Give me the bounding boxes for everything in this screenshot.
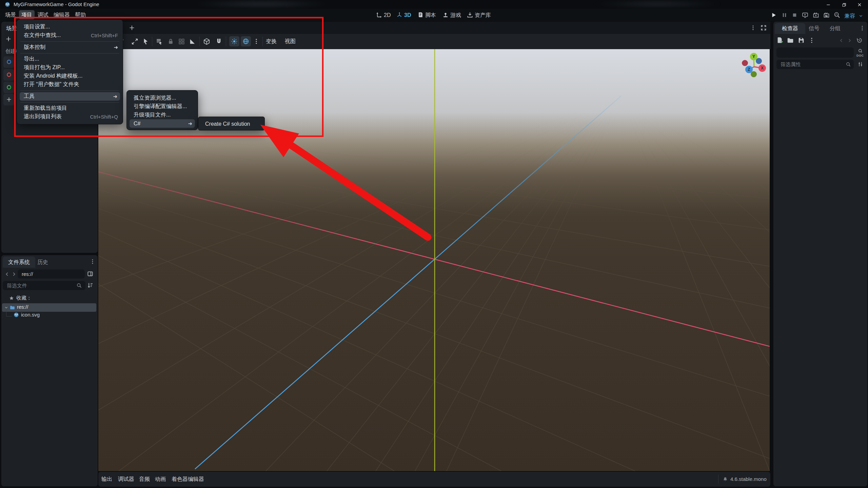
display-mode-icon[interactable] [87, 270, 94, 277]
menu-item-tools[interactable]: 工具➜ [20, 92, 120, 101]
minimize-button[interactable] [821, 0, 836, 9]
create-2d-scene-button[interactable] [3, 56, 14, 68]
favorites-star-icon [9, 296, 14, 301]
notification-bell-icon[interactable] [722, 476, 728, 482]
load-resource-icon[interactable] [787, 37, 794, 44]
save-resource-icon[interactable] [797, 37, 805, 44]
menu-item-create-csharp-solution[interactable]: Create C# solution [198, 119, 264, 128]
lock-icon[interactable] [167, 38, 175, 45]
axis-gizmo[interactable]: Y X Z [736, 49, 773, 86]
tab-scene[interactable]: 场景 [6, 25, 17, 32]
play-custom-scene-icon[interactable] [823, 12, 830, 19]
restore-button[interactable] [836, 0, 852, 9]
menu-item-find-in-files[interactable]: 在文件中查找...Ctrl+Shift+F [17, 31, 123, 40]
new-resource-icon[interactable] [776, 37, 784, 44]
menu-item-reload-project[interactable]: 重新加载当前项目 [17, 104, 123, 113]
version-label[interactable]: 4.6.stable.mono [730, 475, 767, 483]
doc-label: DOC [856, 54, 864, 57]
tree-row-root[interactable]: res:// [2, 303, 96, 312]
snap-icon[interactable] [215, 38, 223, 45]
bottom-tab-shader-editor[interactable]: 着色器编辑器 [172, 475, 204, 483]
nav-back-icon[interactable] [4, 271, 10, 277]
sort-files-icon[interactable] [87, 282, 94, 289]
select-list-icon[interactable] [155, 38, 163, 45]
menu-item-upgrade-project-files[interactable]: 升级项目文件... [127, 111, 198, 119]
sun-toggle[interactable] [229, 36, 239, 46]
gizmo-mode-icon[interactable] [203, 38, 211, 45]
ruler-icon[interactable] [189, 38, 196, 45]
close-button[interactable] [852, 0, 867, 9]
path-input[interactable]: res:// [18, 269, 85, 279]
dock-options-icon[interactable] [859, 25, 865, 31]
menu-editor[interactable]: 编辑器 [52, 10, 72, 19]
menu-item-engine-compile-config[interactable]: 引擎编译配置编辑器... [127, 102, 198, 111]
menu-item-export[interactable]: 导出... [17, 55, 123, 63]
scale-tool-icon[interactable] [131, 38, 139, 45]
gizmo-neg-x-ball[interactable] [742, 60, 748, 66]
dock-options-icon[interactable] [90, 259, 96, 265]
workspace-tab-script[interactable]: 脚本 [425, 11, 436, 19]
view-menu[interactable]: 视图 [285, 37, 296, 45]
bottom-tab-output[interactable]: 输出 [101, 475, 112, 483]
history-forward-icon[interactable] [847, 38, 852, 43]
create-3d-scene-button[interactable] [3, 69, 14, 81]
toolbar-separator [199, 37, 200, 46]
scene-tab-list-icon[interactable] [750, 25, 756, 31]
renderer-selector[interactable]: 兼容 [844, 13, 855, 20]
remote-debug-icon[interactable] [802, 12, 809, 19]
environment-toggle[interactable] [241, 36, 251, 46]
workspace-tab-assetlib[interactable]: 资产库 [475, 11, 491, 19]
assetlib-icon [467, 12, 473, 18]
history-back-icon[interactable] [839, 38, 844, 43]
menu-item-orphan-resource-explorer[interactable]: 孤立资源浏览器... [127, 94, 198, 102]
workspace-tab-3d[interactable]: 3D [404, 11, 411, 19]
object-history-icon[interactable] [856, 37, 863, 44]
menu-item-install-android-template[interactable]: 安装 Android 构建模板... [17, 72, 123, 80]
tab-filesystem[interactable]: 文件系统 [3, 257, 35, 268]
tab-inspector[interactable]: 检查器 [775, 23, 805, 34]
workspace-tab-2d[interactable]: 2D [384, 11, 391, 19]
add-node-button[interactable] [5, 35, 12, 43]
group-icon[interactable] [178, 38, 185, 45]
menu-project[interactable]: 项目 [19, 10, 35, 19]
menu-item-csharp[interactable]: C#➜ [130, 119, 195, 128]
distraction-free-icon[interactable] [760, 24, 767, 31]
submenu-arrow-icon: ➜ [188, 121, 192, 127]
workspace-tab-game[interactable]: 游戏 [450, 11, 461, 19]
tab-groups[interactable]: 分组 [830, 25, 841, 32]
workspace-3d-icon [396, 12, 403, 18]
bottom-tab-animation[interactable]: 动画 [155, 475, 166, 483]
viewport-3d[interactable] [98, 49, 770, 471]
new-scene-tab-icon[interactable] [128, 24, 136, 32]
menu-item-pack-zip[interactable]: 项目打包为 ZIP... [17, 63, 123, 72]
menu-debug[interactable]: 调试 [35, 10, 51, 19]
property-tools-icon[interactable] [857, 61, 864, 67]
menu-item-project-settings[interactable]: 项目设置... [17, 23, 123, 31]
menu-item-open-user-data-folder[interactable]: 打开 “用户数据” 文件夹 [17, 80, 123, 89]
stop-icon[interactable] [791, 12, 798, 18]
filter-files-input[interactable]: 筛选文件 [3, 281, 85, 290]
create-other-node-button[interactable] [3, 94, 14, 105]
transform-menu[interactable]: 变换 [266, 37, 277, 45]
select-tool-icon[interactable] [142, 38, 150, 45]
menu-item-quit-to-project-list[interactable]: 退出到项目列表Ctrl+Shift+Q [17, 113, 123, 121]
environment-options-icon[interactable] [253, 38, 260, 45]
play-icon[interactable] [770, 12, 777, 18]
bottom-tab-audio[interactable]: 音频 [139, 475, 150, 483]
tree-file-label[interactable]: icon.svg [21, 312, 40, 318]
movie-maker-icon[interactable] [833, 12, 841, 19]
play-scene-icon[interactable] [812, 12, 820, 19]
nav-forward-icon[interactable] [11, 271, 17, 277]
menu-help[interactable]: 帮助 [73, 10, 88, 19]
menu-scene[interactable]: 场景 [3, 10, 18, 19]
tab-history[interactable]: 历史 [37, 259, 48, 266]
bottom-tab-debugger[interactable]: 调试器 [118, 475, 134, 483]
pause-icon[interactable] [781, 12, 788, 18]
menu-item-version-control[interactable]: 版本控制➜ [17, 43, 123, 52]
chevron-down-icon [859, 14, 863, 18]
resource-options-icon[interactable] [808, 37, 815, 44]
filter-properties-input[interactable]: 筛选属性 [776, 60, 854, 69]
create-ui-scene-button[interactable] [3, 82, 14, 93]
other-node-icon [5, 96, 13, 103]
tab-signals[interactable]: 信号 [809, 25, 820, 32]
